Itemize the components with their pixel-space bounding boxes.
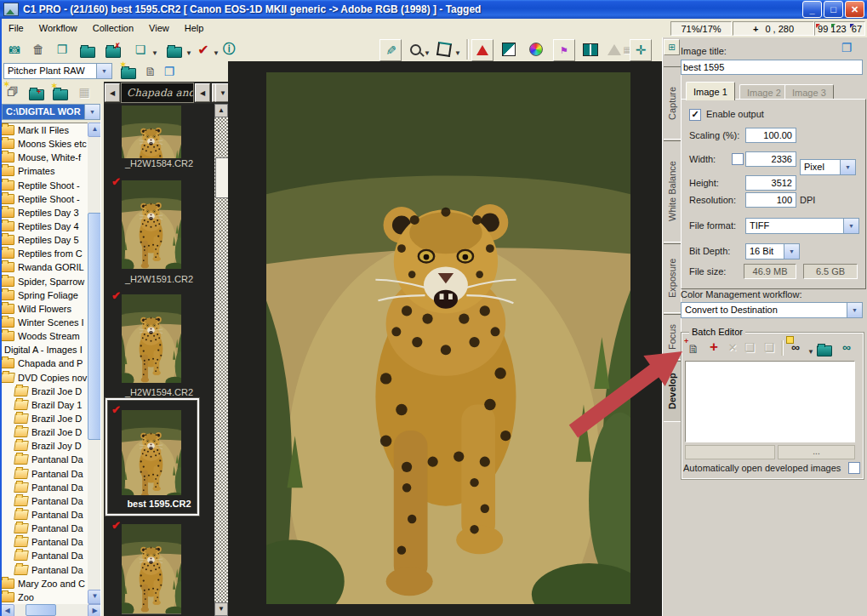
resolution-input[interactable]: 100 [745, 192, 796, 208]
fit-view-icon[interactable]: ✛ [630, 39, 652, 61]
tree-item[interactable]: Pantanal Da [1, 467, 88, 481]
exposure-warning-icon[interactable] [471, 39, 493, 61]
tree-vertical-scrollbar[interactable]: ▲ ▼ [88, 123, 100, 604]
multi-view-icon[interactable] [580, 39, 601, 60]
tag-check-icon[interactable]: ✔ [194, 41, 213, 58]
maximize-button[interactable]: □ [824, 1, 843, 18]
tree-item[interactable]: Mark II Files [1, 123, 88, 137]
insert-icon[interactable]: + [704, 339, 723, 356]
tree-horizontal-scrollbar[interactable]: ◀ ▶ [0, 604, 100, 616]
copy-icon[interactable]: ❐ [53, 41, 71, 58]
folder-path-combo[interactable]: C:\DIGITAL WOR ▼ [2, 104, 100, 120]
tree-item[interactable]: Woods Stream [1, 329, 88, 343]
crop-dropdown-icon[interactable]: ▼ [453, 44, 463, 61]
enable-output-checkbox[interactable]: ✓ [689, 109, 701, 121]
new-folder-icon[interactable]: ✶ [51, 86, 70, 103]
open-folder-icon[interactable] [78, 43, 97, 60]
tree-item[interactable]: Brazil Day 1 [1, 398, 88, 412]
tree-item[interactable]: Reptiles Day 4 [1, 220, 88, 233]
image-title-input[interactable]: best 1595 [681, 60, 863, 75]
batch-queue-list[interactable] [685, 361, 855, 442]
camera-icon[interactable]: 📷︎ [5, 41, 24, 58]
stack-dropdown-icon[interactable]: ▼ [150, 44, 160, 61]
tree-item[interactable]: Brazil Joy D [1, 439, 88, 453]
width-lock-checkbox[interactable] [732, 153, 744, 165]
thumbnail-image[interactable] [122, 524, 181, 614]
find-icon[interactable]: ∞ [837, 339, 856, 356]
session-combo[interactable]: Pitcher Plant RAW ▼ [3, 63, 112, 79]
new-session-folder-icon[interactable]: ✶ [119, 65, 138, 82]
chevron-down-icon[interactable]: ▼ [840, 159, 856, 175]
copy-settings-icon[interactable]: ❐ [837, 39, 856, 56]
menu-view[interactable]: View [142, 20, 176, 36]
new-collection-icon[interactable]: 🗇︎✶ [3, 83, 22, 100]
unit-combo[interactable]: Pixel ▼ [800, 159, 856, 175]
tree-item[interactable]: Pantanal Da [1, 535, 88, 549]
menu-help[interactable]: Help [178, 20, 211, 36]
chevron-down-icon[interactable]: ▼ [96, 63, 112, 79]
delete-image-icon[interactable]: ✗ [104, 43, 123, 60]
tag-tool-icon[interactable]: ⚑ [553, 39, 575, 61]
zoom-dropdown-icon[interactable]: ▼ [422, 44, 432, 61]
tree-item[interactable]: Wild Flowers [1, 302, 88, 316]
chevron-down-icon[interactable]: ▼ [847, 302, 863, 318]
scrollbar-thumb[interactable] [215, 157, 229, 198]
tree-item[interactable]: Reptiles Day 3 [1, 206, 88, 220]
height-input[interactable]: 3512 [745, 175, 796, 191]
tree-item[interactable]: Pantanal Da [1, 508, 88, 522]
colors-icon[interactable] [526, 39, 546, 60]
filmstrip-scrollbar[interactable]: ▲ ▼ [214, 104, 228, 616]
thumbnail-image[interactable] [122, 294, 181, 383]
info-icon[interactable]: ⓘ [220, 41, 238, 58]
menu-workflow[interactable]: Workflow [32, 20, 84, 36]
menu-file[interactable]: File [2, 20, 31, 36]
scaling-input[interactable]: 100.00 [745, 128, 796, 143]
preview-split-icon[interactable] [499, 39, 519, 60]
batch-button-left[interactable] [685, 445, 775, 459]
tab-white-balance[interactable]: White Balance [664, 140, 682, 242]
tree-item[interactable]: Mouse, White-f [1, 151, 88, 164]
tab-image-1[interactable]: Image 1 [686, 82, 735, 100]
tree-item[interactable]: Digital A - Images I [1, 343, 88, 356]
thumbnail-image[interactable] [122, 180, 181, 269]
color-management-combo[interactable]: Convert to Destination ▼ [681, 302, 863, 318]
tree-item[interactable]: Reptiles from C [1, 247, 88, 260]
tree-item[interactable]: Reptile Shoot - [1, 192, 88, 206]
move-to-folder-icon[interactable] [165, 43, 184, 60]
tree-item[interactable]: Spider, Sparrow [1, 275, 88, 288]
scrollbar-thumb[interactable] [26, 604, 56, 616]
tab-develop[interactable]: Develop [664, 361, 682, 422]
tree-item[interactable]: Brazil Joe D [1, 385, 88, 398]
strip-left-icon[interactable]: ◀ [195, 83, 210, 102]
collection-tab[interactable]: Chapada and [121, 83, 194, 103]
tree-item[interactable]: Pantanal Da [1, 453, 88, 466]
tree-item[interactable]: Primates [1, 164, 88, 178]
tab-exposure[interactable]: Exposure [664, 243, 682, 313]
collapse-panel-icon[interactable]: ⊞ [664, 39, 680, 55]
tree-item[interactable]: Pantanal Da [1, 522, 88, 535]
jaguar-photo[interactable] [266, 72, 630, 604]
tree-item[interactable]: Brazil Joe D [1, 412, 88, 425]
tree-item[interactable]: DVD Copies nov [1, 371, 88, 385]
chevron-down-icon[interactable]: ▼ [84, 104, 100, 120]
thumbnail-image[interactable] [122, 410, 181, 495]
tree-item[interactable]: Reptiles Day 5 [1, 233, 88, 247]
tree-item[interactable]: Brazil Joe D [1, 425, 88, 439]
tree-item[interactable]: Pantanal Da [1, 549, 88, 562]
chevron-down-icon[interactable]: ▼ [784, 243, 800, 260]
tree-item[interactable]: Pantanal Da [1, 494, 88, 508]
tree-item[interactable]: Pantanal Da [1, 563, 88, 577]
find-new-icon[interactable]: ∞ [786, 339, 805, 356]
chevron-down-icon[interactable]: ▼ [843, 218, 859, 234]
tree-item[interactable]: Winter Scenes I [1, 316, 88, 329]
tab-focus[interactable]: Focus [664, 314, 682, 360]
eyedropper-icon[interactable]: ✎ [379, 39, 402, 61]
add-folder-icon[interactable]: + [27, 86, 46, 103]
tree-item[interactable]: Chapada and P [1, 356, 88, 370]
open-batch-folder-icon[interactable] [815, 342, 834, 359]
move-dropdown-icon[interactable]: ▼ [184, 44, 194, 61]
tab-capture[interactable]: Capture [664, 66, 682, 140]
crop-tool-icon[interactable] [434, 39, 454, 60]
collection-prev-icon[interactable]: ◀ [105, 83, 120, 102]
close-button[interactable]: ✕ [845, 1, 864, 18]
